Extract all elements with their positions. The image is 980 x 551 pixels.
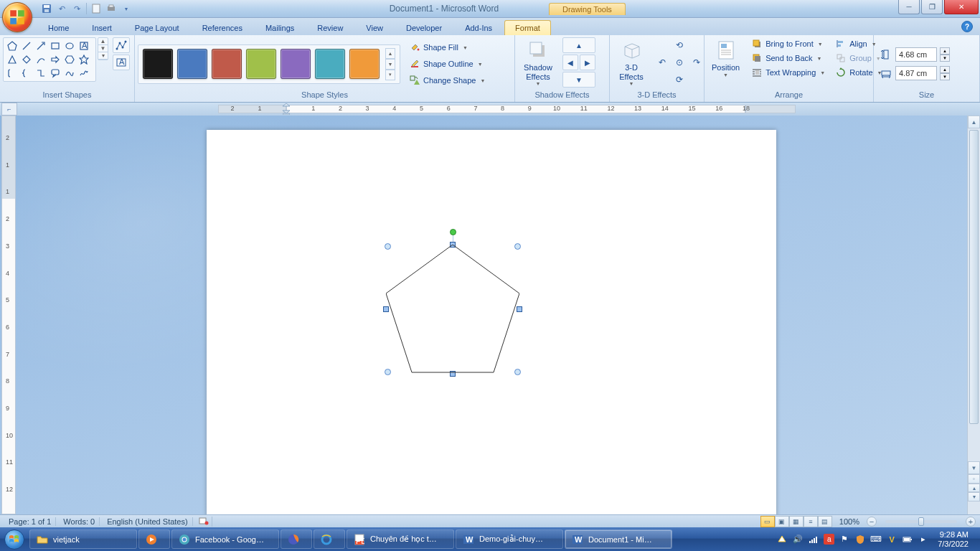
position-button[interactable]: Position▼	[707, 37, 744, 80]
shadow-nudge-grid[interactable]: ▲ ◀▶ ▼	[562, 37, 595, 88]
web-layout-view-icon[interactable]: ▦	[789, 516, 804, 527]
text-wrapping-button[interactable]: Text Wrapping▼	[748, 66, 828, 79]
tray-action-icon[interactable]: ⚑	[839, 534, 850, 545]
qat-dropdown-icon[interactable]: ▼	[120, 2, 133, 15]
tray-battery-icon[interactable]	[902, 534, 913, 545]
shape-arrow-icon[interactable]	[34, 39, 47, 52]
status-language[interactable]: English (United States)	[103, 517, 193, 526]
print-icon[interactable]	[105, 2, 118, 15]
tray-network-icon[interactable]	[808, 534, 819, 545]
style-swatch-3[interactable]	[246, 49, 276, 79]
tray-keyboard-icon[interactable]: ⌨	[870, 534, 882, 545]
scroll-down-icon[interactable]: ▼	[968, 461, 980, 474]
shape-triangle-icon[interactable]	[5, 53, 19, 66]
zoom-slider[interactable]	[885, 520, 957, 523]
tray-shield-icon[interactable]	[854, 534, 866, 545]
tray-drive-icon[interactable]	[776, 534, 788, 545]
shape-freeform-icon[interactable]	[62, 67, 76, 80]
task-vietjack[interactable]: vietjack	[29, 529, 137, 549]
style-swatch-5[interactable]	[315, 49, 345, 79]
print-layout-view-icon[interactable]: ▭	[760, 516, 775, 527]
shape-gallery-nav[interactable]: ▲▼▾	[98, 37, 108, 60]
edit-points-icon[interactable]	[113, 37, 130, 53]
status-page[interactable]: Page: 1 of 1	[4, 517, 56, 526]
task-word-document1[interactable]: WDocument1 - Mi…	[565, 529, 672, 549]
draft-view-icon[interactable]: ▤	[818, 516, 832, 527]
browse-object-icon[interactable]: ▴	[968, 484, 980, 493]
outline-view-icon[interactable]: ≡	[804, 516, 818, 527]
new-icon[interactable]	[90, 2, 103, 15]
tab-addins[interactable]: Add-Ins	[454, 20, 503, 35]
shape-brace-icon[interactable]	[19, 67, 33, 80]
shape-line-icon[interactable]	[19, 39, 33, 52]
tray-volume-icon[interactable]: 🔊	[792, 534, 804, 545]
text-box-icon[interactable]: A	[113, 55, 130, 70]
ruler-corner[interactable]: ⌐	[1, 103, 17, 116]
tab-format[interactable]: Format	[504, 20, 551, 35]
shape-curve-icon[interactable]	[34, 53, 47, 66]
shadow-effects-button[interactable]: Shadow Effects▼	[518, 37, 558, 88]
office-button[interactable]	[2, 2, 32, 32]
tab-view[interactable]: View	[355, 20, 394, 35]
task-pdf[interactable]: PDFChuyên đề học t…	[347, 529, 454, 549]
send-to-back-button[interactable]: Send to Back▼	[748, 52, 828, 65]
style-swatch-0[interactable]	[143, 49, 173, 79]
3d-effects-button[interactable]: 3-D Effects▼	[613, 37, 650, 88]
scroll-thumb[interactable]	[969, 130, 979, 424]
shape-pentagon-icon[interactable]	[5, 39, 19, 52]
macro-record-icon[interactable]	[196, 517, 212, 527]
status-words[interactable]: Words: 0	[59, 517, 100, 526]
tab-mailings[interactable]: Mailings	[255, 20, 305, 35]
width-input[interactable]: 4.87 cm	[895, 66, 937, 80]
shape-scribble-icon[interactable]	[77, 67, 90, 80]
tray-av-icon[interactable]: a	[824, 534, 834, 545]
style-swatch-2[interactable]	[212, 49, 242, 79]
indent-marker[interactable]	[283, 103, 290, 115]
task-ie[interactable]	[314, 529, 345, 549]
help-icon[interactable]: ?	[961, 21, 973, 32]
zoom-out-button[interactable]: −	[867, 517, 877, 527]
shape-hex-icon[interactable]	[62, 53, 76, 66]
tab-home[interactable]: Home	[37, 20, 80, 35]
task-firefox[interactable]	[281, 529, 312, 549]
style-swatch-4[interactable]	[281, 49, 311, 79]
shape-textbox-icon[interactable]: A	[77, 39, 90, 52]
shape-diamond-icon[interactable]	[19, 53, 33, 66]
shape-gallery[interactable]: A	[3, 37, 96, 82]
document-page[interactable]	[207, 130, 776, 514]
redo-icon[interactable]: ↷	[70, 2, 83, 15]
shape-rect-icon[interactable]	[48, 39, 62, 52]
tab-review[interactable]: Review	[306, 20, 354, 35]
rotation-handle[interactable]	[450, 229, 456, 235]
task-word-demo[interactable]: WDemo-giải-chuy…	[456, 529, 563, 549]
pentagon-shape[interactable]	[386, 245, 519, 374]
undo-icon[interactable]: ↶	[55, 2, 68, 15]
shape-star-icon[interactable]	[77, 53, 90, 66]
tray-v-icon[interactable]: V	[886, 534, 897, 545]
tab-page-layout[interactable]: Page Layout	[124, 20, 190, 35]
vertical-ruler[interactable]: 2112345678910111213	[1, 116, 16, 514]
height-input[interactable]: 4.68 cm	[895, 47, 937, 62]
tab-insert[interactable]: Insert	[81, 20, 123, 35]
shape-oval-icon[interactable]	[62, 39, 76, 52]
style-swatch-1[interactable]	[177, 49, 207, 79]
page-nav[interactable]: ◦▴▾	[968, 474, 980, 501]
tab-developer[interactable]: Developer	[395, 20, 453, 35]
width-spinner[interactable]: ▲▼	[940, 66, 950, 80]
style-gallery-nav[interactable]: ▲▼▾	[385, 48, 395, 80]
style-gallery[interactable]: ▲▼▾	[138, 44, 400, 84]
zoom-in-button[interactable]: +	[966, 517, 976, 527]
restore-button[interactable]: ❐	[921, 0, 943, 14]
next-page-icon[interactable]: ▾	[968, 492, 980, 501]
shape-callout-icon[interactable]	[48, 67, 62, 80]
start-button[interactable]	[0, 527, 29, 551]
selected-shape[interactable]	[386, 245, 519, 374]
change-shape-button[interactable]: Change Shape▼	[406, 73, 488, 88]
zoom-slider-thumb[interactable]	[918, 517, 924, 526]
style-swatch-6[interactable]	[349, 49, 380, 79]
shape-fill-button[interactable]: Shape Fill▼	[406, 40, 488, 55]
scroll-up-icon[interactable]: ▲	[968, 116, 980, 128]
shape-bracket-icon[interactable]	[5, 67, 19, 80]
shape-rarrow-icon[interactable]	[48, 53, 62, 66]
task-chrome[interactable]: Facebook - Goog…	[171, 529, 279, 549]
